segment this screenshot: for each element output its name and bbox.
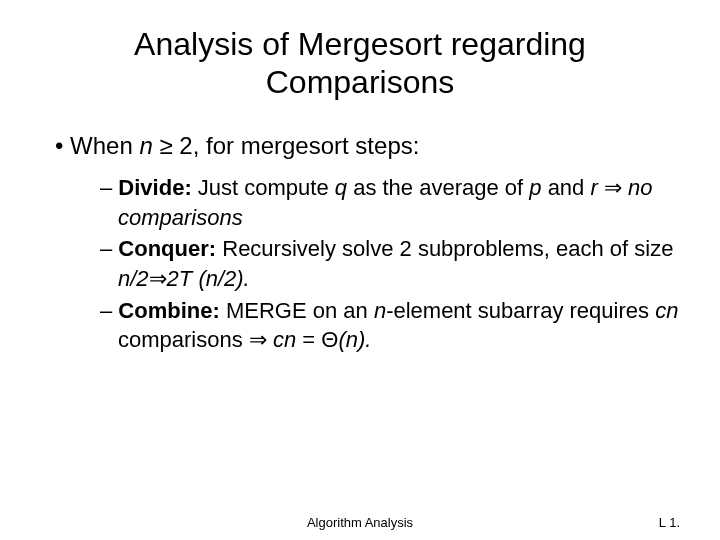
- text: -element subarray requires: [386, 298, 655, 323]
- sub-bullet-list: – Divide: Just compute q as the average …: [100, 173, 680, 355]
- label-combine: Combine:: [118, 298, 226, 323]
- title-line-1: Analysis of Mergesort regarding: [134, 26, 586, 62]
- text: Recursively solve 2 subproblems, each of…: [222, 236, 673, 261]
- title-line-2: Comparisons: [266, 64, 455, 100]
- var-r: r: [590, 175, 597, 200]
- var-cn2: cn: [273, 327, 296, 352]
- text: = Θ: [296, 327, 338, 352]
- sub-item-divide: – Divide: Just compute q as the average …: [100, 173, 680, 232]
- footer-right: L 1.: [659, 515, 680, 530]
- var-cn: cn: [655, 298, 678, 323]
- text: MERGE on an: [226, 298, 374, 323]
- arrow: ⇒: [149, 266, 167, 291]
- var-theta-n: (n).: [338, 327, 371, 352]
- label-conquer: Conquer:: [118, 236, 222, 261]
- sub-item-combine: – Combine: MERGE on an n-element subarra…: [100, 296, 680, 355]
- slide-title: Analysis of Mergesort regarding Comparis…: [40, 25, 680, 102]
- main-bullet: • When n ≥ 2, for mergesort steps:: [55, 130, 680, 161]
- main-prefix: • When: [55, 132, 139, 159]
- text: and: [542, 175, 591, 200]
- var-n-over-2: n/2: [118, 266, 149, 291]
- label-divide: Divide:: [118, 175, 197, 200]
- footer-center: Algorithm Analysis: [307, 515, 413, 530]
- var-p: p: [529, 175, 541, 200]
- dash: –: [100, 298, 118, 323]
- var-n2: n: [374, 298, 386, 323]
- var-n: n: [139, 132, 152, 159]
- var-q: q: [335, 175, 347, 200]
- dash: –: [100, 175, 118, 200]
- dash: –: [100, 236, 118, 261]
- text: Just compute: [198, 175, 335, 200]
- text: comparisons ⇒: [118, 327, 273, 352]
- text: as the average of: [347, 175, 529, 200]
- sub-item-conquer: – Conquer: Recursively solve 2 subproble…: [100, 234, 680, 293]
- arrow: ⇒: [598, 175, 628, 200]
- var-2t: 2T (n/2).: [167, 266, 250, 291]
- main-mid: ≥ 2, for mergesort steps:: [153, 132, 420, 159]
